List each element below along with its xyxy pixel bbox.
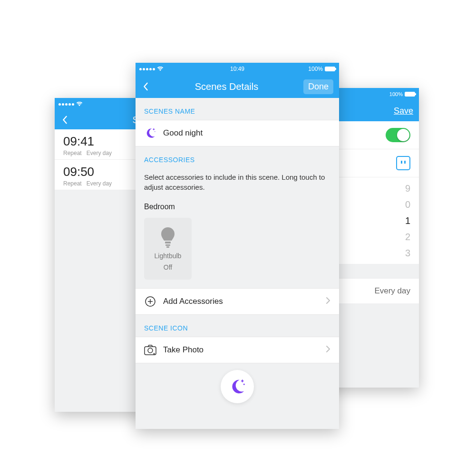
save-button[interactable]: Save xyxy=(394,106,413,116)
section-header-scene-icon: SCENE ICON xyxy=(136,315,339,337)
nav-title-partial: Se xyxy=(69,115,144,126)
accessory-name: Lightbulb xyxy=(155,252,182,260)
scene-name-text: Good night xyxy=(163,128,330,138)
enable-toggle[interactable] xyxy=(386,128,410,142)
take-photo-label: Take Photo xyxy=(163,345,319,355)
plus-circle-icon xyxy=(144,295,156,308)
nav-bar: Scenes Details Done xyxy=(136,75,339,98)
add-accessories-row[interactable]: Add Accessories xyxy=(136,288,339,315)
section-header-scenes-name: SCENES NAME xyxy=(136,98,339,120)
done-button[interactable]: Done xyxy=(303,79,333,94)
page-title: Scenes Details xyxy=(150,81,303,92)
chevron-right-icon xyxy=(326,345,330,355)
battery-icon xyxy=(405,92,415,97)
outlet-icon xyxy=(396,156,410,170)
moon-icon xyxy=(144,127,156,139)
svg-rect-3 xyxy=(166,246,169,248)
svg-point-0 xyxy=(155,131,155,132)
camera-icon xyxy=(144,344,156,356)
status-time: 10:49 xyxy=(230,66,244,72)
section-header-accessories: ACCESSORIES xyxy=(136,146,339,168)
wifi-icon xyxy=(157,67,164,71)
phone-center: 10:49 100% Scenes Details Done SCENES NA… xyxy=(136,63,339,429)
add-accessories-label: Add Accessories xyxy=(163,297,319,306)
scene-icon-preview[interactable] xyxy=(221,370,254,403)
battery-percent: 100% xyxy=(389,91,403,97)
schedule-sub: RepeatEvery day xyxy=(63,150,141,156)
svg-rect-1 xyxy=(165,242,171,243)
accessories-description: Select accessories to include in this sc… xyxy=(136,168,339,196)
moon-icon xyxy=(228,378,246,396)
schedule-time: 09:50 xyxy=(63,165,141,179)
back-button[interactable] xyxy=(141,82,150,91)
schedule-sub: RepeatEvery day xyxy=(63,180,141,187)
schedule-time: 09:41 xyxy=(63,134,141,149)
back-icon[interactable] xyxy=(60,116,69,124)
take-photo-row[interactable]: Take Photo xyxy=(136,337,339,363)
accessory-tile[interactable]: Lightbulb Off xyxy=(144,218,192,280)
accessory-state: Off xyxy=(164,263,172,271)
battery-percent: 100% xyxy=(308,66,323,72)
chevron-right-icon xyxy=(326,297,330,307)
svg-point-6 xyxy=(148,348,153,353)
lightbulb-icon xyxy=(159,226,176,248)
signal-dots-icon xyxy=(139,68,155,70)
status-bar: 10:49 100% xyxy=(136,63,339,75)
svg-rect-2 xyxy=(165,244,170,246)
svg-point-7 xyxy=(243,384,245,385)
scene-name-row[interactable]: Good night xyxy=(136,120,339,146)
battery-icon xyxy=(325,67,335,71)
wifi-icon xyxy=(76,102,83,107)
room-label: Bedroom xyxy=(136,196,339,215)
